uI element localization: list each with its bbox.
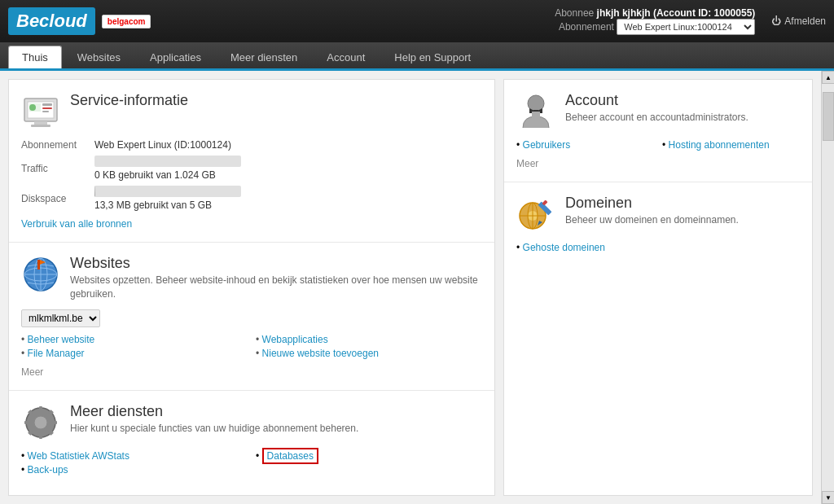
scroll-down-button[interactable]: ▼ — [822, 491, 834, 504]
website-link-filemanager: File Manager — [21, 348, 248, 359]
diskspace-label: Diskspace — [21, 193, 86, 204]
tab-help[interactable]: Help en Support — [380, 46, 485, 68]
meer-diensten-title: Meer diensten — [70, 403, 358, 420]
meer-diensten-links: • Web Statistiek AWStats • Databases • B… — [21, 450, 482, 476]
svg-rect-4 — [42, 103, 52, 106]
subscription-select[interactable]: Web Expert Linux:1000124 — [617, 19, 755, 35]
account-link-hosting: • Hosting abonnementen — [662, 139, 800, 151]
account-section: Account Beheer account en accountadminis… — [504, 80, 812, 182]
subscription-label: Abonnement — [559, 21, 614, 33]
domeinen-desc: Beheer uw domeinen en domeinnamen. — [565, 213, 739, 227]
traffic-bar-group: 0 KB gebruikt van 1.024 GB — [94, 156, 241, 181]
logout-label: Afmelden — [784, 15, 826, 27]
website-link-beheer: Beheer website — [21, 334, 248, 345]
gehoste-domeinen-link[interactable]: Gehoste domeinen — [523, 242, 605, 253]
account-title: Account — [565, 92, 748, 109]
tab-account[interactable]: Account — [313, 46, 379, 68]
account-links: • Gebruikers • Hosting abonnementen — [516, 139, 800, 151]
service-info-header: Service-informatie — [21, 92, 482, 131]
meer-link-backups: • Back-ups — [21, 464, 248, 476]
account-desc: Beheer account en accountadministrators. — [565, 111, 748, 125]
svg-rect-30 — [532, 112, 540, 118]
left-column: Service-informatie Abonnement Web Expert… — [8, 79, 495, 496]
svg-rect-6 — [42, 111, 49, 112]
svg-rect-19 — [39, 432, 42, 439]
scrollbar[interactable]: ▲ ▼ — [821, 71, 834, 504]
svg-point-17 — [34, 416, 47, 429]
belgacom-badge: belgacom — [102, 15, 151, 28]
account-meer-link[interactable]: Meer — [516, 158, 538, 169]
account-header: Account Beheer account en accountadminis… — [516, 92, 800, 131]
svg-rect-5 — [42, 107, 52, 109]
logout-button[interactable]: ⏻ Afmelden — [771, 15, 826, 27]
becloud-logo: Becloud — [8, 7, 95, 35]
meer-diensten-header: Meer diensten Hier kunt u speciale funct… — [21, 403, 482, 442]
logo-area: Becloud belgacom — [8, 7, 151, 35]
websites-meer-link[interactable]: Meer — [21, 366, 43, 378]
svg-rect-14 — [37, 260, 40, 270]
abonnement-value: Web Expert Linux (ID:1000124) — [94, 139, 231, 151]
svg-rect-21 — [50, 421, 57, 424]
websites-icon — [21, 255, 60, 294]
websites-section: Websites Websites opzetten. Beheer websi… — [9, 243, 494, 391]
websites-desc: Websites opzetten. Beheer website-inhoud… — [70, 274, 482, 301]
traffic-progress-bar — [94, 156, 241, 167]
abonnement-label: Abonnement — [21, 139, 86, 151]
subscriber-info: Abonnee jhkjh kjhkjh (Account ID: 100005… — [555, 7, 755, 35]
abonnement-row: Abonnement Web Expert Linux (ID:1000124) — [21, 139, 482, 151]
logout-icon: ⏻ — [771, 15, 781, 27]
meer-diensten-title-block: Meer diensten Hier kunt u speciale funct… — [70, 403, 358, 436]
content-area: Service-informatie Abonnement Web Expert… — [0, 71, 821, 504]
service-info-title-block: Service-informatie — [70, 92, 188, 111]
domeinen-title-block: Domeinen Beheer uw domeinen en domeinnam… — [565, 195, 739, 227]
tab-thuis[interactable]: Thuis — [8, 46, 62, 68]
website-link-webapplicaties: Webapplicaties — [256, 334, 482, 345]
header: Becloud belgacom Abonnee jhkjh kjhkjh (A… — [0, 0, 834, 42]
databases-highlight: Databases — [262, 448, 318, 464]
meer-diensten-desc: Hier kunt u speciale functies van uw hui… — [70, 422, 358, 436]
diskspace-progress-bar — [94, 186, 241, 197]
tab-applicaties[interactable]: Applicaties — [136, 46, 215, 68]
meer-link-awstats: • Web Statistiek AWStats — [21, 450, 248, 462]
service-info-title: Service-informatie — [70, 92, 188, 109]
domeinen-icon — [516, 195, 555, 234]
diskspace-value: 13,3 MB gebruikt van 5 GB — [94, 199, 241, 211]
svg-rect-20 — [24, 421, 31, 424]
svg-rect-7 — [34, 121, 47, 125]
service-icon — [21, 92, 60, 131]
scroll-thumb[interactable] — [823, 92, 834, 141]
header-right: Abonnee jhkjh kjhkjh (Account ID: 100005… — [555, 7, 826, 35]
subscriber-name: jhkjh kjhkjh (Account ID: 1000055) — [597, 7, 756, 19]
navigation: Thuis Websites Applicaties Meer diensten… — [0, 42, 834, 71]
scroll-track[interactable] — [822, 84, 834, 491]
account-link-gebruikers: • Gebruikers — [516, 139, 654, 151]
websites-header: Websites Websites opzetten. Beheer websi… — [21, 255, 482, 301]
svg-rect-8 — [31, 125, 50, 127]
domeinen-section: Domeinen Beheer uw domeinen en domeinnam… — [504, 182, 812, 265]
tab-websites[interactable]: Websites — [64, 46, 134, 68]
main-content: Service-informatie Abonnement Web Expert… — [0, 71, 834, 504]
service-info-section: Service-informatie Abonnement Web Expert… — [9, 80, 494, 243]
domeinen-header: Domeinen Beheer uw domeinen en domeinnam… — [516, 195, 800, 234]
tab-meer-diensten[interactable]: Meer diensten — [217, 46, 311, 68]
website-link-nieuwe: Nieuwe website toevoegen — [256, 348, 482, 359]
website-dropdown[interactable]: mlkmlkml.be — [21, 309, 100, 327]
meer-link-databases: • Databases — [256, 450, 482, 462]
scroll-up-button[interactable]: ▲ — [822, 71, 834, 84]
traffic-label: Traffic — [21, 163, 86, 174]
meer-diensten-section: Meer diensten Hier kunt u speciale funct… — [9, 391, 494, 488]
meer-diensten-icon — [21, 403, 60, 442]
traffic-row: Traffic 0 KB gebruikt van 1.024 GB — [21, 156, 482, 181]
traffic-value: 0 KB gebruikt van 1.024 GB — [94, 169, 241, 181]
svg-rect-18 — [39, 406, 42, 413]
verbruik-link[interactable]: Verbruik van alle bronnen — [21, 218, 132, 230]
diskspace-bar-group: 13,3 MB gebruikt van 5 GB — [94, 186, 241, 211]
websites-links: Beheer website Webapplicaties File Manag… — [21, 334, 482, 359]
account-title-block: Account Beheer account en accountadminis… — [565, 92, 748, 125]
diskspace-row: Diskspace 13,3 MB gebruikt van 5 GB — [21, 186, 482, 211]
domeinen-links: • Gehoste domeinen — [516, 242, 800, 253]
right-column: Account Beheer account en accountadminis… — [503, 79, 813, 496]
svg-point-3 — [29, 104, 36, 111]
account-icon — [516, 92, 555, 131]
domeinen-title: Domeinen — [565, 195, 739, 212]
